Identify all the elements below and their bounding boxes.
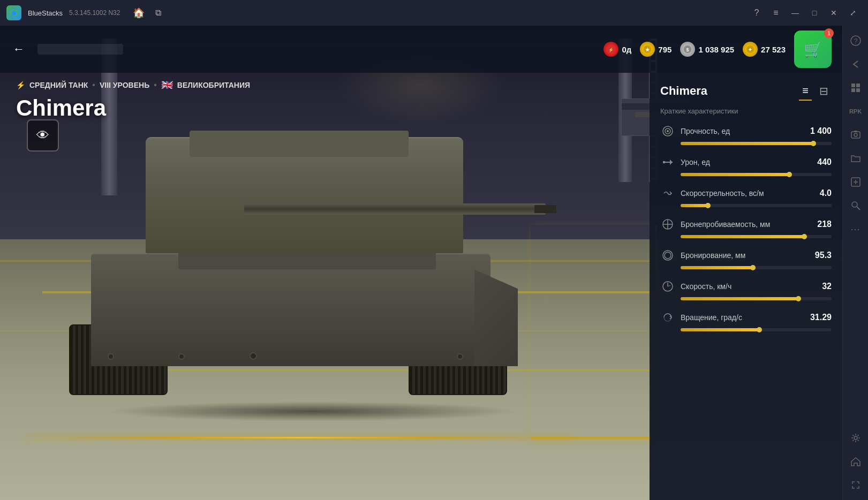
firerate-value: 4.0: [820, 188, 832, 198]
currency-gold: ★ 795: [640, 42, 671, 57]
app-version: 5.3.145.1002 N32: [69, 9, 120, 17]
speed-bar-fill: [681, 297, 798, 300]
copy-icon[interactable]: ⧉: [155, 8, 161, 18]
svg-text:✦: ✦: [748, 47, 752, 52]
armor-value: 95.3: [815, 251, 832, 260]
sidebar-settings-icon[interactable]: [845, 427, 866, 449]
durability-value: 1 400: [810, 126, 832, 136]
game-area: ← ⚡ 0д ★ 795 $: [0, 26, 842, 500]
rotation-bar-bg: [681, 328, 832, 331]
penetration-bar-fill: [681, 235, 804, 238]
speed-value: 32: [822, 282, 832, 291]
svg-rect-26: [851, 84, 855, 87]
damage-icon: [660, 155, 675, 170]
panel-section-title: Краткие характеристики: [660, 107, 832, 115]
currency-star: ✦ 27 523: [743, 42, 786, 57]
sidebar-rpm-icon[interactable]: RPK: [845, 101, 866, 122]
speed-label: Скорость, км/ч: [681, 282, 817, 291]
durability-label: Прочность, ед: [681, 127, 805, 135]
speed-bar-bg: [681, 297, 832, 300]
star-currency-value: 27 523: [761, 45, 786, 54]
sidebar-layout-icon[interactable]: [845, 77, 866, 99]
speed-icon: [660, 279, 675, 294]
tank-level-label: VIII УРОВЕНЬ: [100, 81, 149, 89]
sidebar-home-icon[interactable]: [845, 451, 866, 472]
svg-rect-30: [851, 132, 860, 138]
eye-icon: 👁: [36, 128, 49, 143]
tank-name: Chimera: [16, 95, 106, 120]
star-currency-icon: ✦: [743, 42, 758, 57]
stat-firerate: Скорострельность, вс/м 4.0: [660, 186, 832, 207]
bolt-icon: ⚡: [16, 81, 25, 89]
sidebar-back-icon[interactable]: [845, 54, 866, 75]
help-button[interactable]: ?: [748, 5, 765, 20]
tank-model: [25, 92, 572, 414]
cart-icon: 🛒: [804, 41, 822, 58]
armor-bar-bg: [681, 266, 832, 269]
separator-2: •: [154, 80, 157, 90]
tank-nation-label: ВЕЛИКОБРИТАНИЯ: [177, 81, 250, 89]
stat-durability: Прочность, ед 1 400: [660, 124, 832, 145]
svg-text:★: ★: [645, 47, 650, 52]
rotation-bar-fill: [681, 328, 759, 331]
tank-info-panel: Chimera ≡ ⊟ Краткие характеристики: [650, 73, 842, 500]
view-toggle-button[interactable]: 👁: [27, 119, 59, 151]
sidebar-edit-icon[interactable]: [845, 171, 866, 193]
tank-name-display: Chimera: [16, 95, 106, 121]
sidebar-help-icon[interactable]: ?: [845, 30, 866, 51]
window-controls: ? ≡ — □ ✕ ⤢: [748, 5, 862, 20]
speed-bar-dot: [796, 296, 801, 301]
silver-currency-icon: $: [680, 42, 695, 57]
red-currency-value: 0д: [622, 45, 631, 54]
firerate-icon: [660, 186, 675, 201]
armor-icon: [660, 248, 675, 263]
durability-icon: [660, 124, 675, 139]
svg-text:⚡: ⚡: [608, 47, 614, 52]
sidebar-expand-icon[interactable]: [845, 474, 866, 496]
svg-marker-14: [670, 160, 673, 165]
tank-badges: ⚡ СРЕДНИЙ ТАНК • VIII УРОВЕНЬ • 🇬🇧 ВЕЛИК…: [16, 79, 250, 91]
gold-currency-value: 795: [658, 45, 671, 54]
damage-value: 440: [817, 157, 832, 167]
separator-1: •: [92, 80, 95, 90]
svg-point-36: [852, 202, 857, 207]
tab-list[interactable]: ≡: [799, 84, 812, 99]
sidebar-more-icon[interactable]: ···: [845, 218, 866, 240]
rotation-label: Вращение, град/с: [681, 313, 805, 322]
sidebar-search-icon[interactable]: [845, 195, 866, 216]
minimize-button[interactable]: —: [787, 5, 804, 20]
stats-list: Прочность, ед 1 400 Урон, ед: [660, 124, 832, 331]
home-icon[interactable]: 🏠: [133, 7, 145, 19]
right-sidebar: ? RPK ···: [842, 26, 868, 500]
gold-selection-frame-right: [531, 225, 657, 438]
menu-button[interactable]: ≡: [767, 5, 784, 20]
panel-title: Chimera: [660, 84, 795, 98]
svg-rect-28: [851, 88, 855, 92]
gold-currency-icon: ★: [640, 42, 655, 57]
gold-selection-frame-bottom: [25, 437, 572, 438]
sidebar-screenshot-icon[interactable]: [845, 124, 866, 146]
tab-filter[interactable]: ⊟: [816, 84, 832, 99]
back-button[interactable]: ←: [11, 40, 27, 58]
maximize-button[interactable]: □: [806, 5, 823, 20]
currency-silver: $ 1 038 925: [680, 42, 734, 57]
bluestacks-logo: [6, 5, 21, 20]
rotation-bar-dot: [757, 327, 762, 332]
panel-tabs: ≡ ⊟: [799, 84, 832, 99]
svg-rect-29: [856, 88, 860, 92]
expand-button[interactable]: ⤢: [844, 5, 862, 20]
sidebar-folder-icon[interactable]: [845, 148, 866, 169]
cart-button[interactable]: 🛒 1: [794, 31, 832, 68]
close-button[interactable]: ✕: [825, 5, 842, 20]
currency-area: ⚡ 0д ★ 795 $ 1 038 925: [603, 31, 832, 68]
svg-point-20: [665, 252, 671, 259]
svg-point-12: [667, 130, 669, 132]
stat-rotation: Вращение, град/с 31.29: [660, 310, 832, 331]
firerate-bar-bg: [681, 204, 832, 207]
damage-bar-bg: [681, 173, 832, 176]
damage-label: Урон, ед: [681, 158, 812, 166]
red-currency-icon: ⚡: [603, 42, 618, 57]
firerate-label: Скорострельность, вс/м: [681, 189, 814, 198]
tank-type-label: СРЕДНИЙ ТАНК: [29, 81, 88, 89]
stat-damage: Урон, ед 440: [660, 155, 832, 176]
